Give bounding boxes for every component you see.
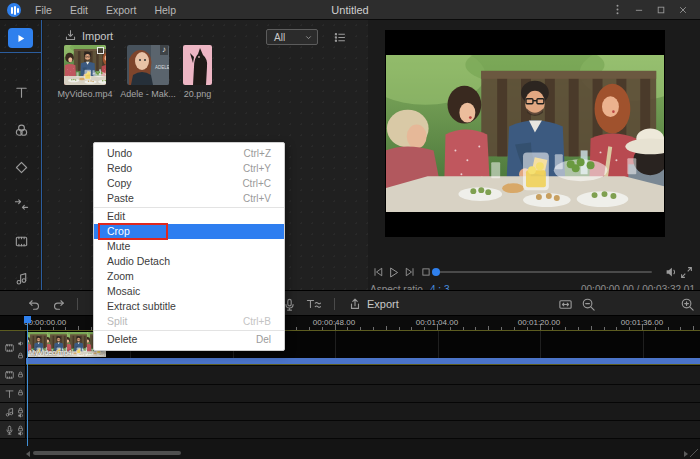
media-item-audio[interactable]: ♪ (127, 45, 169, 85)
context-menu-item-zoom[interactable]: Zoom (94, 269, 284, 284)
scrollbar-thumb[interactable] (33, 451, 181, 455)
sidebar-item-elements[interactable] (0, 229, 42, 253)
import-button[interactable]: Import (64, 29, 113, 42)
track-lock-toggle[interactable] (17, 400, 24, 418)
track-lane-pip[interactable] (26, 366, 700, 385)
context-menu-item-mute[interactable]: Mute (94, 239, 284, 254)
media-item-video[interactable] (64, 45, 106, 85)
horizontal-scrollbar[interactable] (26, 450, 694, 456)
more-icon (616, 3, 619, 16)
media-item-label: MyVideo.mp4 (54, 89, 116, 99)
track-header-voiceover[interactable] (0, 421, 26, 439)
playhead-handle[interactable] (24, 316, 31, 323)
list-view-button[interactable] (331, 29, 349, 45)
fullscreen-button[interactable] (680, 265, 693, 283)
media-filter-value: All (274, 32, 285, 43)
next-frame-button[interactable] (402, 265, 417, 279)
sidebar-item-filters[interactable] (0, 118, 42, 142)
ruler-tick (501, 327, 502, 330)
lock-mini-icon (17, 407, 24, 414)
pip-track-icon (4, 370, 15, 381)
previous-frame-button[interactable] (370, 265, 385, 279)
context-menu-item-mosaic[interactable]: Mosaic (94, 284, 284, 299)
playhead-line (27, 316, 28, 446)
maximize-icon (656, 5, 666, 15)
fullscreen-icon (680, 266, 693, 279)
track-header-video[interactable] (0, 331, 26, 366)
export-icon (348, 297, 362, 311)
sidebar-item-media[interactable] (8, 28, 33, 48)
track-lane-text[interactable] (26, 385, 700, 403)
scroll-right-arrow[interactable] (684, 451, 688, 457)
seek-handle[interactable] (432, 268, 440, 276)
media-item-image[interactable] (183, 45, 212, 85)
app-logo-icon (7, 3, 21, 17)
context-menu-item-delete[interactable]: DeleteDel (94, 332, 284, 347)
context-menu-item-undo[interactable]: UndoCtrl+Z (94, 146, 284, 161)
added-to-timeline-icon (97, 47, 104, 54)
ruler-tick (373, 327, 374, 330)
sidebar-item-music[interactable] (0, 266, 42, 290)
stop-icon (421, 267, 431, 277)
fit-timeline-button[interactable] (556, 295, 574, 313)
menubar-item-export[interactable]: Export (98, 2, 144, 18)
export-button[interactable]: Export (348, 295, 399, 313)
track-lock-toggle[interactable] (17, 382, 24, 400)
scroll-left-arrow[interactable] (26, 451, 30, 457)
volume-button[interactable] (664, 265, 678, 283)
preview-canvas (385, 30, 665, 237)
redo-button[interactable] (50, 295, 68, 313)
undo-button[interactable] (24, 295, 42, 313)
sidebar-item-transitions[interactable] (0, 192, 42, 216)
context-menu-item-paste[interactable]: PasteCtrl+V (94, 191, 284, 206)
zoom-out-button[interactable] (579, 295, 597, 313)
menubar-item-file[interactable]: File (27, 2, 60, 18)
preview-seek-bar[interactable] (432, 271, 652, 273)
stop-button[interactable] (418, 265, 433, 279)
context-menu-item-audio-detach[interactable]: Audio Detach (94, 254, 284, 269)
context-menu: UndoCtrl+ZRedoCtrl+YCopyCtrl+CPasteCtrl+… (93, 142, 285, 351)
play-button[interactable] (386, 265, 401, 279)
menu-item-shortcut: Ctrl+Z (244, 146, 272, 161)
menu-item-label: Audio Detach (107, 254, 170, 269)
sidebar-item-text[interactable] (0, 80, 42, 104)
track-lane-voiceover[interactable] (26, 421, 700, 439)
menubar-item-edit[interactable]: Edit (62, 2, 96, 18)
ruler-tick (296, 327, 297, 330)
sidebar-item-overlays[interactable] (0, 155, 42, 179)
text-to-speech-button[interactable] (304, 295, 322, 313)
lock-mini-icon (17, 371, 24, 378)
ruler-tick (616, 327, 617, 330)
more-button[interactable] (608, 2, 626, 18)
ruler-tick (552, 327, 553, 330)
track-lock-toggle[interactable] (17, 364, 24, 382)
maximize-button[interactable] (652, 2, 670, 18)
list-view-icon (333, 31, 347, 44)
lock-mini-icon (17, 389, 24, 396)
track-lane-music[interactable] (26, 403, 700, 421)
context-menu-item-extract-subtitle[interactable]: Extract subtitle (94, 299, 284, 314)
track-lock-toggle[interactable] (17, 345, 24, 363)
zoom-in-button[interactable] (678, 295, 696, 313)
voiceover-track-icon (4, 424, 15, 435)
context-menu-item-redo[interactable]: RedoCtrl+Y (94, 161, 284, 176)
media-item-label: 20.png (173, 89, 222, 99)
chevron-down-icon (304, 33, 313, 42)
close-button[interactable] (674, 2, 692, 18)
ruler-tick (309, 327, 310, 330)
context-menu-item-copy[interactable]: CopyCtrl+C (94, 176, 284, 191)
resize-grip[interactable] (690, 449, 698, 457)
overlays-icon (14, 160, 29, 175)
ruler-tick (411, 327, 412, 330)
context-menu-item-edit[interactable]: Edit (94, 209, 284, 224)
lock-mini-icon (17, 352, 24, 359)
minimize-button[interactable] (630, 2, 648, 18)
menubar-item-help[interactable]: Help (146, 2, 184, 18)
transitions-icon (14, 197, 29, 212)
media-filter-dropdown[interactable]: All (266, 29, 318, 45)
menu-item-label: Split (107, 314, 127, 329)
menu-item-shortcut: Del (256, 332, 271, 347)
menu-separator (94, 330, 284, 331)
ruler-tick (629, 327, 630, 330)
track-lock-toggle[interactable] (17, 418, 24, 436)
